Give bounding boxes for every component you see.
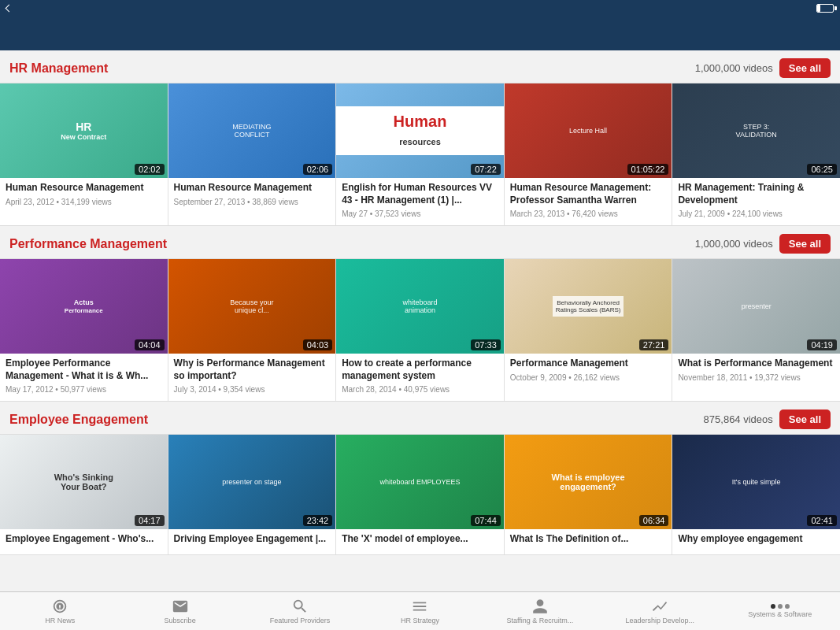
dots-indicator-systems	[771, 604, 790, 609]
section-title-hr-management: HR Management	[9, 61, 108, 76]
video-card-1[interactable]: HRNew Contract02:02Human Resource Manage…	[0, 83, 168, 225]
video-card-13[interactable]: whiteboard EMPLOYEES07:44The 'X' model o…	[336, 435, 505, 554]
video-card-11[interactable]: Who's SinkingYour Boat?04:17Employee Eng…	[0, 435, 168, 554]
nav-bar	[0, 16, 840, 50]
video-row-hr-management: HRNew Contract02:02Human Resource Manage…	[0, 83, 840, 226]
thumbnail-3: Humanresources07:22	[336, 83, 504, 178]
tab-icon-leadership	[651, 598, 668, 615]
duration-badge-1: 02:02	[135, 164, 165, 175]
video-title-10: What is Performance Management	[678, 358, 834, 370]
thumbnail-1: HRNew Contract02:02	[0, 83, 168, 178]
video-info-7: Why is Performance Management so importa…	[168, 354, 336, 401]
tab-label-leadership: Leadership Develop...	[626, 617, 695, 624]
tab-item-systems[interactable]: Systems & Software	[720, 592, 840, 630]
video-title-1: Human Resource Management	[6, 182, 162, 195]
tab-item-featured-providers[interactable]: Featured Providers	[240, 592, 360, 630]
section-title-employee-engagement: Employee Engagement	[9, 413, 148, 427]
video-meta-3: May 27 • 37,523 views	[342, 209, 498, 219]
video-meta-9: October 9, 2009 • 26,162 views	[510, 372, 667, 383]
chevron-left-icon	[6, 4, 13, 12]
tab-label-systems: Systems & Software	[748, 610, 812, 618]
video-title-15: Why employee engagement	[678, 533, 834, 546]
section-count-employee-engagement: 875,864 videos	[704, 413, 773, 425]
video-title-11: Employee Engagement - Who's...	[6, 533, 162, 546]
thumbnail-11: Who's SinkingYour Boat?04:17	[0, 435, 168, 529]
duration-badge-12: 23:42	[303, 515, 333, 526]
video-card-15[interactable]: It's quite simple02:41Why employee engag…	[672, 435, 840, 554]
video-info-10: What is Performance ManagementNovember 1…	[672, 354, 840, 389]
video-title-4: Human Resource Management: Professor Sam…	[510, 182, 667, 206]
video-info-12: Driving Employee Engagement |...	[168, 529, 336, 554]
tab-icon-hr-strategy	[411, 598, 428, 615]
see-all-btn-hr-management[interactable]: See all	[779, 58, 831, 78]
content-area: HR Management1,000,000 videosSee allHRNe…	[0, 50, 840, 591]
video-info-5: HR Management: Training & DevelopmentJul…	[672, 178, 840, 225]
section-count-hr-management: 1,000,000 videos	[695, 62, 773, 74]
thumbnail-14: What is employeeengagement?06:34	[505, 435, 672, 529]
tab-icon-staffing	[531, 598, 549, 615]
section-performance-management: Performance Management1,000,000 videosSe…	[0, 226, 840, 402]
thumbnail-13: whiteboard EMPLOYEES07:44	[336, 435, 504, 529]
tab-label-featured-providers: Featured Providers	[270, 617, 331, 624]
battery-icon	[816, 4, 834, 13]
back-to-appstore[interactable]	[6, 6, 17, 11]
tab-icon-hr-news	[51, 598, 68, 615]
thumbnail-9: Behaviorally AnchoredRatings Scales (BAR…	[505, 259, 672, 354]
video-card-10[interactable]: presenter04:19What is Performance Manage…	[672, 259, 840, 401]
tab-icon-featured-providers	[291, 598, 309, 615]
tab-label-hr-news: HR News	[45, 617, 75, 624]
duration-badge-13: 07:44	[471, 515, 501, 526]
video-meta-5: July 21, 2009 • 224,100 views	[678, 209, 834, 219]
duration-badge-9: 27:21	[639, 339, 669, 350]
video-card-2[interactable]: MEDIATINGCONFLICT02:06Human Resource Man…	[168, 83, 337, 225]
video-row-performance-management: ActusPerformance04:04Employee Performanc…	[0, 258, 840, 402]
duration-badge-14: 06:34	[639, 515, 669, 526]
video-card-6[interactable]: ActusPerformance04:04Employee Performanc…	[0, 259, 168, 401]
video-info-6: Employee Performance Management - What i…	[0, 354, 168, 401]
thumbnail-7: Because yourunique cl...04:03	[168, 259, 336, 354]
thumbnail-15: It's quite simple02:41	[672, 435, 840, 529]
video-title-13: The 'X' model of employee...	[342, 533, 498, 546]
section-header-employee-engagement: Employee Engagement875,864 videosSee all	[0, 402, 840, 434]
see-all-btn-employee-engagement[interactable]: See all	[779, 410, 831, 429]
video-card-4[interactable]: Lecture Hall01:05:22Human Resource Manag…	[505, 83, 673, 225]
tab-item-hr-news[interactable]: HR News	[0, 592, 120, 630]
video-card-5[interactable]: STEP 3:VALIDATION06:25HR Management: Tra…	[672, 83, 840, 225]
tab-bar: HR NewsSubscribeFeatured ProvidersHR Str…	[0, 591, 840, 630]
video-title-2: Human Resource Management	[174, 182, 331, 195]
video-title-12: Driving Employee Engagement |...	[174, 533, 331, 546]
see-all-btn-performance-management[interactable]: See all	[779, 234, 831, 254]
section-header-hr-management: HR Management1,000,000 videosSee all	[0, 50, 840, 83]
tab-item-staffing[interactable]: Staffing & Recruitm...	[480, 592, 600, 630]
thumbnail-12: presenter on stage23:42	[168, 435, 336, 529]
video-title-3: English for Human Resources VV 43 - HR M…	[342, 182, 498, 206]
duration-badge-8: 07:33	[471, 339, 501, 350]
video-card-3[interactable]: Humanresources07:22English for Human Res…	[336, 83, 505, 225]
section-header-performance-management: Performance Management1,000,000 videosSe…	[0, 226, 840, 258]
video-card-9[interactable]: Behaviorally AnchoredRatings Scales (BAR…	[505, 259, 673, 401]
video-info-1: Human Resource ManagementApril 23, 2012 …	[0, 178, 168, 213]
thumbnail-10: presenter04:19	[672, 259, 840, 354]
video-card-8[interactable]: whiteboardanimation07:33How to create a …	[336, 259, 505, 401]
video-info-14: What Is The Definition of...	[505, 529, 672, 554]
tab-item-hr-strategy[interactable]: HR Strategy	[360, 592, 479, 630]
duration-badge-3: 07:22	[471, 164, 501, 175]
section-count-performance-management: 1,000,000 videos	[695, 238, 773, 250]
tab-item-subscribe[interactable]: Subscribe	[120, 592, 239, 630]
video-title-5: HR Management: Training & Development	[678, 182, 834, 206]
video-meta-7: July 3, 2014 • 9,354 views	[174, 384, 331, 395]
duration-badge-15: 02:41	[807, 515, 837, 526]
video-info-3: English for Human Resources VV 43 - HR M…	[336, 178, 504, 225]
thumbnail-6: ActusPerformance04:04	[0, 259, 168, 354]
duration-badge-4: 01:05:22	[627, 164, 669, 175]
thumbnail-2: MEDIATINGCONFLICT02:06	[168, 83, 336, 178]
video-info-4: Human Resource Management: Professor Sam…	[505, 178, 672, 225]
video-title-9: Performance Management	[510, 358, 667, 370]
video-meta-8: March 28, 2014 • 40,975 views	[342, 384, 498, 395]
thumbnail-5: STEP 3:VALIDATION06:25	[672, 83, 840, 178]
video-card-7[interactable]: Because yourunique cl...04:03Why is Perf…	[168, 259, 337, 401]
video-title-14: What Is The Definition of...	[510, 533, 667, 546]
tab-item-leadership[interactable]: Leadership Develop...	[600, 592, 720, 630]
video-card-14[interactable]: What is employeeengagement?06:34What Is …	[505, 435, 673, 554]
video-card-12[interactable]: presenter on stage23:42Driving Employee …	[168, 435, 337, 554]
